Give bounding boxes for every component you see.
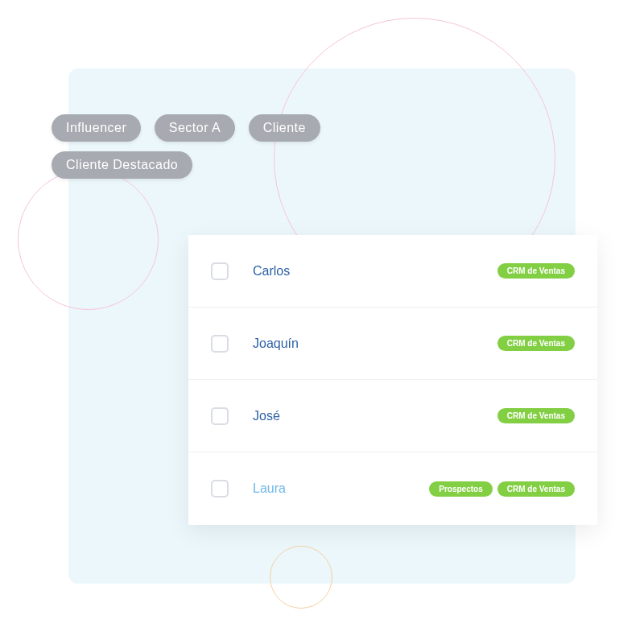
contact-row[interactable]: José CRM de Ventas [188, 380, 597, 452]
contact-badge: CRM de Ventas [497, 263, 575, 279]
contact-badge: CRM de Ventas [497, 336, 575, 351]
filter-chip-cliente-destacado[interactable]: Cliente Destacado [52, 151, 192, 179]
contact-row[interactable]: Carlos CRM de Ventas [188, 235, 597, 308]
checkbox[interactable] [211, 335, 229, 353]
filter-chip-influencer[interactable]: Influencer [52, 114, 141, 142]
contact-row[interactable]: Joaquín CRM de Ventas [188, 308, 597, 380]
contact-badges: CRM de Ventas [497, 263, 575, 279]
contact-name[interactable]: José [253, 409, 280, 423]
contact-badge: CRM de Ventas [497, 408, 575, 423]
filter-chip-cliente[interactable]: Cliente [249, 114, 320, 142]
checkbox[interactable] [211, 480, 229, 497]
contact-badges: CRM de Ventas [497, 408, 575, 423]
filter-chip-sector-a[interactable]: Sector A [155, 114, 235, 142]
contact-badges: CRM de Ventas [497, 336, 575, 351]
contact-badge: CRM de Ventas [497, 481, 575, 497]
contact-name[interactable]: Carlos [253, 264, 290, 279]
contact-row[interactable]: Laura Prospectos CRM de Ventas [188, 452, 597, 525]
contact-name[interactable]: Laura [253, 481, 286, 496]
contact-badge: Prospectos [429, 481, 492, 497]
stage: Influencer Sector A Cliente Cliente Dest… [0, 0, 644, 644]
decorative-circle-small [18, 169, 159, 310]
filter-chip-group: Influencer Sector A Cliente Cliente Dest… [47, 109, 353, 184]
decorative-circle-orange [270, 546, 332, 609]
contact-badges: Prospectos CRM de Ventas [429, 481, 575, 497]
contact-name[interactable]: Joaquín [253, 336, 299, 351]
checkbox[interactable] [211, 407, 229, 425]
contacts-list: Carlos CRM de Ventas Joaquín CRM de Vent… [188, 235, 597, 525]
checkbox[interactable] [211, 262, 229, 280]
